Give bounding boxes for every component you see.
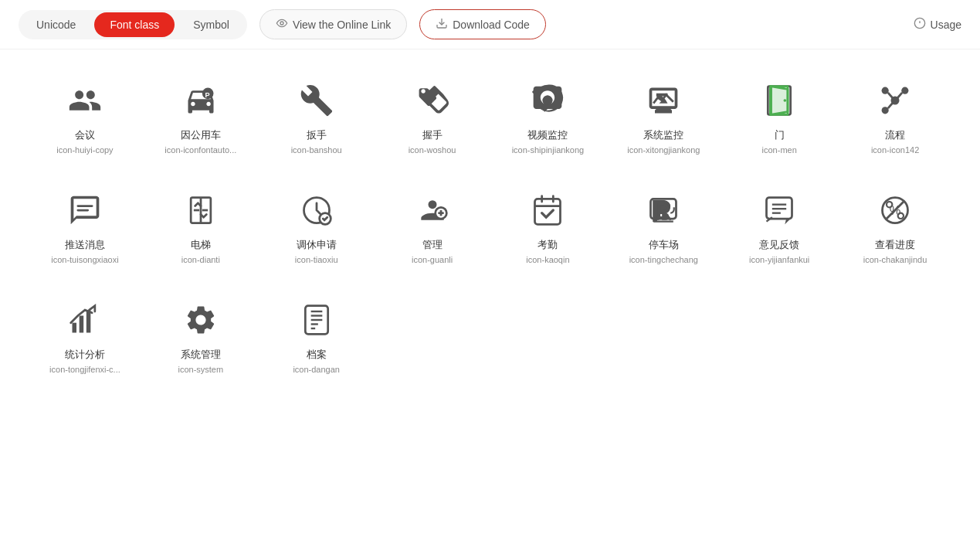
icon-grid: 会议 icon-huiyi-copy P 因公用车 icon-iconfonta… [0, 49, 980, 402]
icon-cn-progress: 查看进度 [875, 238, 915, 252]
icon-en-feedback: icon-yijianfankui [749, 255, 809, 264]
icon-item-camera[interactable]: 视频监控 icon-shipinjiankong [494, 65, 602, 167]
svg-point-0 [280, 22, 283, 25]
icon-item-attendance[interactable]: 考勤 icon-kaoqin [494, 175, 602, 277]
icon-cn-stats: 统计分析 [65, 348, 105, 362]
tab-fontclass[interactable]: Font class [94, 12, 175, 37]
icon-item-feedback[interactable]: 意见反馈 icon-yijianfankui [725, 175, 833, 277]
tab-group: Unicode Font class Symbol [19, 10, 247, 39]
icon-cn-message: 推送消息 [65, 238, 105, 252]
icon-item-archive[interactable]: 档案 icon-dangan [263, 284, 371, 386]
icon-item-manage[interactable]: 管理 icon-guanli [378, 175, 487, 277]
icon-en-handshake: icon-woshou [409, 145, 456, 155]
download-icon [436, 17, 448, 32]
icon-cn-manage: 管理 [422, 238, 443, 252]
feedback-icon [762, 190, 796, 230]
icon-cn-door: 门 [775, 128, 785, 142]
icon-en-flow: icon-icon142 [871, 145, 919, 155]
icon-item-message[interactable]: 推送消息 icon-tuisongxiaoxi [31, 175, 139, 277]
icon-item-settings[interactable]: 系统管理 icon-system [147, 284, 255, 386]
icon-cn-attendance: 考勤 [537, 238, 558, 252]
icon-item-monitor[interactable]: 系统监控 icon-xitongjiankong [609, 65, 717, 167]
tab-symbol[interactable]: Symbol [178, 12, 245, 37]
progress-icon: % [878, 190, 912, 230]
timeclock-icon [300, 190, 334, 230]
svg-rect-30 [535, 199, 561, 224]
icon-en-settings: icon-system [178, 365, 223, 374]
icon-cn-monitor: 系统监控 [643, 128, 683, 142]
download-label: Download Code [453, 19, 530, 31]
icon-item-wrench[interactable]: 扳手 icon-banshou [263, 65, 371, 167]
view-online-button[interactable]: View the Online Link [259, 9, 407, 39]
icon-item-timeclock[interactable]: 调休申请 icon-tiaoxiu [263, 175, 371, 277]
icon-item-flow[interactable]: 流程 icon-icon142 [841, 65, 949, 167]
icon-cn-feedback: 意见反馈 [759, 238, 799, 252]
tab-unicode[interactable]: Unicode [21, 12, 91, 37]
manage-icon [415, 190, 449, 230]
handshake-icon [415, 80, 449, 121]
icon-en-car: icon-iconfontauto... [164, 145, 236, 155]
icon-item-elevator[interactable]: 电梯 icon-dianti [147, 175, 255, 277]
icon-item-door[interactable]: 门 icon-men [725, 65, 833, 167]
archive-icon [300, 300, 334, 340]
icon-en-manage: icon-guanli [412, 255, 453, 264]
svg-rect-46 [72, 323, 76, 333]
icon-cn-wrench: 扳手 [307, 128, 327, 142]
icon-cn-archive: 档案 [307, 348, 327, 362]
attendance-icon [531, 190, 565, 230]
header: Unicode Font class Symbol View the Onlin… [0, 0, 980, 49]
icon-en-meeting: icon-huiyi-copy [56, 145, 113, 155]
info-icon [914, 17, 926, 32]
icon-en-message: icon-tuisongxiaoxi [51, 255, 118, 264]
door-icon [762, 80, 796, 121]
svg-point-12 [784, 99, 787, 102]
usage-label: Usage [931, 19, 961, 31]
svg-text:P: P [205, 91, 209, 99]
icon-item-stats[interactable]: 统计分析 icon-tongjifenxi-c... [31, 284, 139, 386]
icon-en-attendance: icon-kaoqin [526, 255, 569, 264]
icon-en-camera: icon-shipinjiankong [512, 145, 585, 155]
icon-cn-parking: 停车场 [649, 238, 679, 252]
svg-point-26 [428, 200, 436, 209]
parking-icon: P P [646, 190, 680, 230]
icon-en-wrench: icon-banshou [291, 145, 342, 155]
icon-cn-timeclock: 调休申请 [297, 238, 337, 252]
message-icon [68, 190, 102, 230]
monitor-icon [646, 80, 680, 121]
icon-item-car[interactable]: P 因公用车 icon-iconfontauto... [147, 65, 255, 167]
icon-cn-camera: 视频监控 [527, 128, 568, 142]
view-online-label: View the Online Link [293, 19, 391, 31]
icon-item-progress[interactable]: % 查看进度 icon-chakanjindu [841, 175, 949, 277]
car-icon: P [184, 80, 218, 121]
icon-item-meeting[interactable]: 会议 icon-huiyi-copy [31, 65, 139, 167]
stats-icon [68, 300, 102, 340]
icon-en-progress: icon-chakanjindu [863, 255, 927, 264]
svg-rect-48 [86, 310, 91, 332]
settings-icon [184, 300, 218, 340]
icon-en-elevator: icon-dianti [181, 255, 220, 264]
icon-en-stats: icon-tongjifenxi-c... [49, 365, 120, 374]
icon-cn-car: 因公用车 [181, 128, 221, 142]
icon-en-monitor: icon-xitongjiankong [627, 145, 700, 155]
icon-en-timeclock: icon-tiaoxiu [295, 255, 338, 264]
wrench-icon [300, 80, 334, 121]
camera-icon [531, 80, 565, 121]
flow-icon [878, 80, 912, 121]
download-code-button[interactable]: Download Code [419, 9, 546, 39]
usage-button[interactable]: Usage [914, 17, 961, 32]
svg-line-17 [888, 93, 893, 98]
icon-item-handshake[interactable]: 握手 icon-woshou [378, 65, 487, 167]
elevator-icon [184, 190, 218, 230]
icon-cn-flow: 流程 [885, 128, 905, 142]
eye-icon [276, 17, 288, 32]
icon-item-parking[interactable]: P P 停车场 icon-tingchechang [609, 175, 717, 277]
icon-en-door: icon-men [762, 145, 797, 155]
svg-line-19 [888, 103, 893, 108]
icon-cn-elevator: 电梯 [191, 238, 211, 252]
meeting-icon [68, 80, 102, 121]
icon-cn-handshake: 握手 [422, 128, 443, 142]
icon-en-archive: icon-dangan [293, 365, 340, 374]
icon-en-parking: icon-tingchechang [629, 255, 698, 264]
svg-rect-47 [80, 316, 84, 333]
icon-cn-settings: 系统管理 [181, 348, 221, 362]
